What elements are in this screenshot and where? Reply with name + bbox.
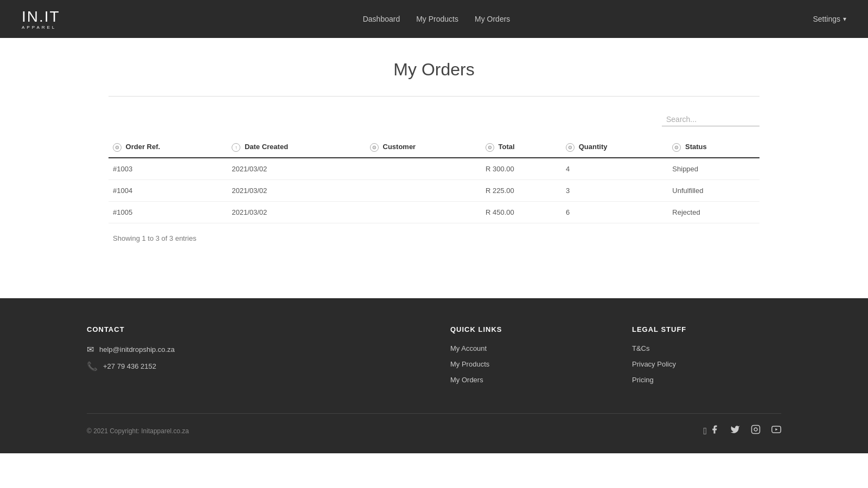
footer-phone: +27 79 436 2152 <box>103 362 156 370</box>
nav-links: Dashboard My Products My Orders <box>363 15 510 23</box>
page-title: My Orders <box>108 60 760 80</box>
cell-date: 2021/03/02 <box>227 201 366 223</box>
search-container <box>108 113 760 126</box>
cell-date: 2021/03/02 <box>227 179 366 201</box>
cell-status: Shipped <box>668 158 760 180</box>
table-row[interactable]: #1005 2021/03/02 R 450.00 6 Rejected <box>108 201 760 223</box>
table-row[interactable]: #1003 2021/03/02 R 300.00 4 Shipped <box>108 158 760 180</box>
cell-total: R 450.00 <box>481 201 561 223</box>
cell-ref: #1003 <box>108 158 227 180</box>
logo: in.it APPAREL <box>22 8 60 30</box>
col-date-created[interactable]: ↑ Date Created <box>227 137 366 158</box>
logo-text: in.it <box>22 9 60 24</box>
email-icon: ✉ <box>87 344 94 355</box>
footer-quick-links-col: QUICK LINKS My Account My Products My Or… <box>450 325 599 391</box>
svg-marker-2 <box>775 428 777 431</box>
col-status[interactable]: ⊙ Status <box>668 137 760 158</box>
social-links:  <box>703 425 781 437</box>
col-order-ref[interactable]: ⊙ Order Ref. <box>108 137 227 158</box>
cell-customer <box>366 201 481 223</box>
entries-info: Showing 1 to 3 of 3 entries <box>108 232 760 245</box>
col-total[interactable]: ⊙ Total <box>481 137 561 158</box>
facebook-icon[interactable]:  <box>703 425 719 437</box>
instagram-icon[interactable] <box>751 425 761 437</box>
footer-bottom: © 2021 Copyright: Initapparel.co.za  <box>87 413 781 437</box>
footer-legal-col: LEGAL STUFF T&Cs Privacy Policy Pricing <box>632 325 781 391</box>
footer-top: CONTACT ✉ help@initdropship.co.za 📞 +27 … <box>87 325 781 391</box>
col-icon-customer: ⊙ <box>370 143 379 152</box>
cell-total: R 225.00 <box>481 179 561 201</box>
phone-icon: 📞 <box>87 361 98 371</box>
twitter-icon[interactable] <box>730 425 740 437</box>
settings-dropdown[interactable]: Settings <box>813 15 846 23</box>
logo-sub: APPAREL <box>22 25 60 30</box>
orders-tbody: #1003 2021/03/02 R 300.00 4 Shipped #100… <box>108 158 760 223</box>
orders-table: ⊙ Order Ref. ↑ Date Created ⊙ Customer ⊙… <box>108 137 760 223</box>
footer-link-my-account[interactable]: My Account <box>450 344 599 352</box>
cell-date: 2021/03/02 <box>227 158 366 180</box>
cell-quantity: 3 <box>561 179 668 201</box>
table-row[interactable]: #1004 2021/03/02 R 225.00 3 Unfulfilled <box>108 179 760 201</box>
cell-customer <box>366 158 481 180</box>
col-icon-status: ⊙ <box>672 143 681 152</box>
col-icon-total: ⊙ <box>486 143 494 152</box>
footer-email: help@initdropship.co.za <box>99 345 175 354</box>
cell-status: Unfulfilled <box>668 179 760 201</box>
footer-contact-col: CONTACT ✉ help@initdropship.co.za 📞 +27 … <box>87 325 236 391</box>
cell-ref: #1004 <box>108 179 227 201</box>
divider <box>108 96 760 97</box>
copyright: © 2021 Copyright: Initapparel.co.za <box>87 427 189 435</box>
footer-email-item: ✉ help@initdropship.co.za <box>87 344 236 355</box>
cell-status: Rejected <box>668 201 760 223</box>
footer-link-pricing[interactable]: Pricing <box>632 376 781 384</box>
nav-my-orders[interactable]: My Orders <box>475 15 510 23</box>
footer-link-tcs[interactable]: T&Cs <box>632 344 781 352</box>
col-icon-quantity: ⊙ <box>566 143 575 152</box>
table-header-row: ⊙ Order Ref. ↑ Date Created ⊙ Customer ⊙… <box>108 137 760 158</box>
footer-phone-item: 📞 +27 79 436 2152 <box>87 361 236 371</box>
col-icon-date: ↑ <box>232 143 240 152</box>
col-quantity[interactable]: ⊙ Quantity <box>561 137 668 158</box>
footer-contact-title: CONTACT <box>87 325 236 333</box>
footer-link-my-orders[interactable]: My Orders <box>450 376 599 384</box>
youtube-icon[interactable] <box>771 425 781 437</box>
cell-ref: #1005 <box>108 201 227 223</box>
footer-link-my-products[interactable]: My Products <box>450 360 599 368</box>
nav-dashboard[interactable]: Dashboard <box>363 15 400 23</box>
svg-rect-0 <box>752 426 760 434</box>
search-input[interactable] <box>662 113 760 126</box>
footer-legal-title: LEGAL STUFF <box>632 325 781 333</box>
cell-quantity: 4 <box>561 158 668 180</box>
nav-my-products[interactable]: My Products <box>416 15 458 23</box>
col-icon-order-ref: ⊙ <box>113 143 122 152</box>
main-content: My Orders ⊙ Order Ref. ↑ Date Created ⊙ … <box>0 38 868 298</box>
navbar: in.it APPAREL Dashboard My Products My O… <box>0 0 868 38</box>
cell-quantity: 6 <box>561 201 668 223</box>
footer-link-privacy[interactable]: Privacy Policy <box>632 360 781 368</box>
footer: CONTACT ✉ help@initdropship.co.za 📞 +27 … <box>0 298 868 453</box>
col-customer[interactable]: ⊙ Customer <box>366 137 481 158</box>
footer-quick-links-title: QUICK LINKS <box>450 325 599 333</box>
cell-total: R 300.00 <box>481 158 561 180</box>
cell-customer <box>366 179 481 201</box>
